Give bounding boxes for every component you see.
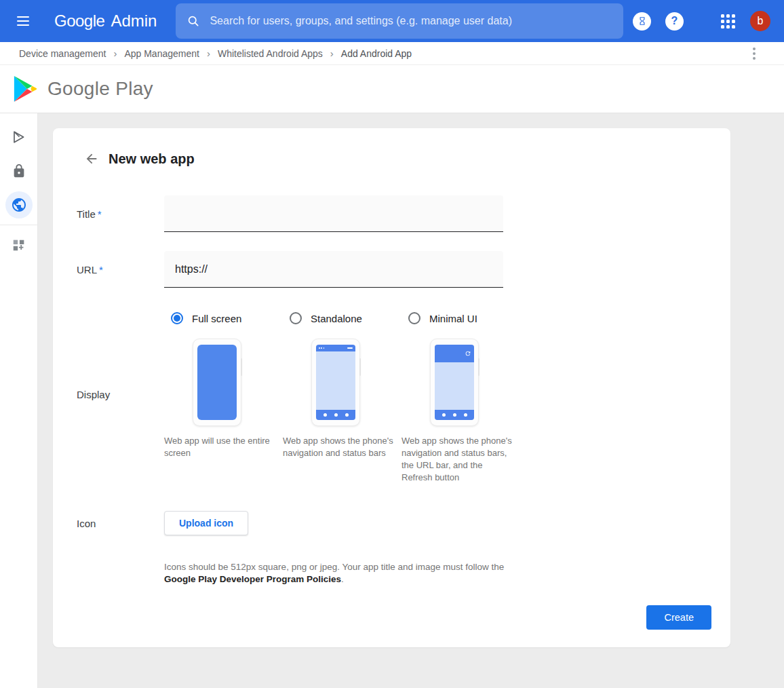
- nav-bar: [435, 410, 474, 420]
- help-button[interactable]: ?: [665, 12, 684, 31]
- widgets-icon: [12, 237, 26, 252]
- new-web-app-card: New web app Title* URL* Display: [53, 128, 730, 647]
- radio-minimal-ui-label: Minimal UI: [429, 313, 477, 324]
- google-play-header: Google Play: [0, 65, 784, 113]
- back-arrow-icon: [84, 151, 99, 166]
- radio-full-screen[interactable]: Full screen: [164, 312, 283, 324]
- title-row: Title*: [77, 195, 711, 232]
- url-row: URL*: [77, 251, 711, 288]
- chevron-right-icon: ›: [207, 47, 210, 59]
- apps-grid-button[interactable]: [721, 14, 735, 28]
- breadcrumb-item-add-android-app: Add Android App: [341, 48, 412, 59]
- url-bar: [435, 345, 474, 362]
- standalone-description: Web app shows the phone's navigation and…: [283, 435, 401, 484]
- fullscreen-description: Web app will use the entire screen: [164, 435, 283, 484]
- tasks-button[interactable]: [633, 12, 651, 31]
- help-icon: ?: [671, 15, 678, 27]
- display-options: Full screen Standalone Minimal UI: [164, 312, 520, 484]
- avatar[interactable]: b: [750, 11, 770, 31]
- phone-standalone-illustration: [311, 339, 360, 426]
- required-asterisk: *: [98, 208, 102, 220]
- note-suffix: .: [341, 574, 344, 584]
- google-admin-logo[interactable]: Google Admin: [54, 12, 157, 31]
- google-play-title: Google Play: [47, 78, 153, 100]
- display-descriptions: Web app will use the entire screen Web a…: [164, 435, 520, 484]
- status-bar: [316, 345, 355, 351]
- card-header: New web app: [83, 151, 711, 167]
- hamburger-menu-button[interactable]: [17, 16, 29, 26]
- search-box[interactable]: [176, 3, 623, 39]
- apps-grid-icon: [721, 14, 724, 18]
- url-input[interactable]: [164, 251, 503, 288]
- search-icon: [187, 14, 200, 28]
- breadcrumb-item-app-management[interactable]: App Management: [124, 48, 199, 59]
- hourglass-icon: [638, 16, 647, 26]
- brand-admin: Admin: [111, 12, 157, 31]
- radio-minimal-ui[interactable]: Minimal UI: [401, 312, 520, 324]
- radio-standalone-label: Standalone: [311, 313, 362, 324]
- sidebar-item-security[interactable]: [0, 154, 37, 188]
- breadcrumb-item-device-management[interactable]: Device management: [19, 48, 106, 59]
- breadcrumb-bar: Device management › App Management › Whi…: [0, 42, 784, 65]
- minimal-ui-description: Web app shows the phone's navigation and…: [401, 435, 520, 484]
- globe-icon: [5, 191, 33, 218]
- radio-button-icon[interactable]: [171, 312, 183, 324]
- chevron-right-icon: ›: [113, 47, 117, 59]
- main-content: New web app Title* URL* Display: [38, 113, 784, 688]
- policy-link[interactable]: Google Play Developer Program Policies: [164, 574, 341, 584]
- phone-fullscreen-illustration: [193, 339, 241, 426]
- icon-label: Icon: [77, 518, 164, 529]
- more-options-button[interactable]: [750, 45, 758, 62]
- icon-row: Icon Upload icon: [77, 511, 711, 535]
- url-label: URL*: [77, 264, 164, 275]
- phone-minimal-ui-illustration: [430, 339, 479, 426]
- lock-icon: [12, 164, 26, 178]
- required-asterisk: *: [99, 264, 103, 275]
- sidebar-item-play-store[interactable]: [0, 120, 37, 154]
- search-input[interactable]: [210, 15, 612, 27]
- sidebar: [0, 113, 38, 688]
- radio-full-screen-label: Full screen: [192, 313, 241, 324]
- breadcrumb: Device management › App Management › Whi…: [19, 47, 412, 59]
- brand-google: Google: [54, 12, 104, 31]
- sidebar-divider: [0, 225, 37, 225]
- sidebar-item-widgets[interactable]: [0, 228, 37, 262]
- display-label: Display: [77, 312, 164, 484]
- create-button[interactable]: Create: [646, 605, 711, 630]
- page-title: New web app: [109, 151, 195, 167]
- kebab-icon: [753, 47, 756, 50]
- title-label: Title*: [77, 208, 164, 220]
- display-illustrations: [164, 339, 520, 426]
- breadcrumb-item-whitelisted-android-apps[interactable]: Whitelisted Android Apps: [218, 48, 323, 59]
- avatar-initial: b: [758, 15, 764, 27]
- sidebar-item-web-apps[interactable]: [0, 188, 37, 222]
- google-play-logo-icon: [13, 75, 39, 103]
- title-input[interactable]: [164, 195, 503, 232]
- icon-note: Icons should be 512px square, png or jpe…: [164, 561, 544, 586]
- radio-standalone[interactable]: Standalone: [283, 312, 401, 324]
- play-store-icon: [11, 129, 27, 145]
- display-radio-row: Full screen Standalone Minimal UI: [164, 312, 520, 324]
- back-button[interactable]: [83, 151, 100, 167]
- top-bar: Google Admin ? b: [0, 0, 784, 42]
- card-footer: Create: [77, 605, 711, 638]
- radio-button-icon[interactable]: [408, 312, 420, 324]
- display-section: Display Full screen Standalone: [77, 312, 711, 484]
- upload-icon-button[interactable]: Upload icon: [164, 511, 248, 535]
- topbar-actions: ? b: [633, 11, 776, 31]
- icon-note-text: Icons should be 512px square, png or jpe…: [164, 561, 544, 573]
- hamburger-icon: [17, 16, 29, 18]
- chevron-right-icon: ›: [330, 47, 334, 59]
- radio-button-icon[interactable]: [290, 312, 302, 324]
- refresh-icon: [465, 350, 471, 357]
- admin-console: Google Admin ? b: [0, 0, 784, 688]
- nav-bar: [316, 410, 355, 420]
